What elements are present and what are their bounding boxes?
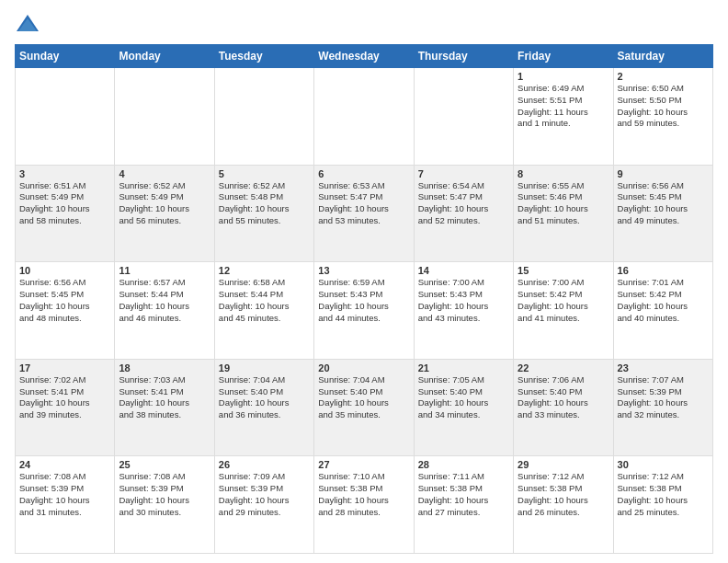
day-info: Sunrise: 6:57 AM Sunset: 5:44 PM Dayligh…	[119, 277, 210, 324]
day-cell: 18Sunrise: 7:03 AM Sunset: 5:41 PM Dayli…	[115, 359, 214, 456]
day-info: Sunrise: 6:59 AM Sunset: 5:43 PM Dayligh…	[318, 277, 409, 324]
day-cell: 14Sunrise: 7:00 AM Sunset: 5:43 PM Dayli…	[414, 262, 513, 360]
day-number: 21	[418, 362, 509, 373]
day-info: Sunrise: 6:49 AM Sunset: 5:51 PM Dayligh…	[518, 83, 609, 130]
weekday-sunday: Sunday	[16, 45, 115, 68]
day-number: 1	[518, 71, 609, 82]
header	[15, 11, 713, 37]
week-row-1: 3Sunrise: 6:51 AM Sunset: 5:49 PM Daylig…	[16, 165, 713, 262]
day-info: Sunrise: 6:53 AM Sunset: 5:47 PM Dayligh…	[318, 180, 409, 227]
day-info: Sunrise: 7:04 AM Sunset: 5:40 PM Dayligh…	[219, 374, 310, 421]
day-cell: 30Sunrise: 7:12 AM Sunset: 5:38 PM Dayli…	[613, 456, 712, 554]
day-info: Sunrise: 7:01 AM Sunset: 5:42 PM Dayligh…	[618, 277, 709, 324]
day-info: Sunrise: 6:54 AM Sunset: 5:47 PM Dayligh…	[418, 180, 509, 227]
day-number: 25	[119, 459, 210, 470]
calendar-table: SundayMondayTuesdayWednesdayThursdayFrid…	[15, 44, 713, 554]
day-cell: 3Sunrise: 6:51 AM Sunset: 5:49 PM Daylig…	[16, 165, 115, 262]
weekday-tuesday: Tuesday	[214, 45, 313, 68]
day-cell: 8Sunrise: 6:55 AM Sunset: 5:46 PM Daylig…	[514, 165, 613, 262]
day-number: 26	[219, 459, 310, 470]
day-cell: 24Sunrise: 7:08 AM Sunset: 5:39 PM Dayli…	[16, 456, 115, 554]
day-cell: 20Sunrise: 7:04 AM Sunset: 5:40 PM Dayli…	[314, 359, 414, 456]
day-info: Sunrise: 6:51 AM Sunset: 5:49 PM Dayligh…	[19, 180, 110, 227]
day-number: 28	[418, 459, 509, 470]
day-cell: 19Sunrise: 7:04 AM Sunset: 5:40 PM Dayli…	[214, 359, 313, 456]
day-info: Sunrise: 7:12 AM Sunset: 5:38 PM Dayligh…	[618, 471, 709, 518]
day-info: Sunrise: 7:05 AM Sunset: 5:40 PM Dayligh…	[418, 374, 509, 421]
day-number: 18	[119, 362, 210, 373]
day-info: Sunrise: 6:55 AM Sunset: 5:46 PM Dayligh…	[518, 180, 609, 227]
weekday-wednesday: Wednesday	[314, 45, 414, 68]
day-number: 22	[518, 362, 609, 373]
day-info: Sunrise: 6:58 AM Sunset: 5:44 PM Dayligh…	[219, 277, 310, 324]
day-cell: 6Sunrise: 6:53 AM Sunset: 5:47 PM Daylig…	[314, 165, 414, 262]
day-number: 27	[318, 459, 409, 470]
day-number: 17	[19, 362, 110, 373]
day-cell	[214, 68, 313, 166]
day-info: Sunrise: 6:50 AM Sunset: 5:50 PM Dayligh…	[618, 83, 709, 130]
day-cell: 22Sunrise: 7:06 AM Sunset: 5:40 PM Dayli…	[514, 359, 613, 456]
logo	[15, 11, 44, 37]
day-info: Sunrise: 7:11 AM Sunset: 5:38 PM Dayligh…	[418, 471, 509, 518]
day-number: 30	[618, 459, 709, 470]
day-info: Sunrise: 7:12 AM Sunset: 5:38 PM Dayligh…	[518, 471, 609, 518]
day-info: Sunrise: 7:04 AM Sunset: 5:40 PM Dayligh…	[318, 374, 409, 421]
day-cell: 26Sunrise: 7:09 AM Sunset: 5:39 PM Dayli…	[214, 456, 313, 554]
day-number: 15	[518, 265, 609, 276]
day-info: Sunrise: 7:06 AM Sunset: 5:40 PM Dayligh…	[518, 374, 609, 421]
day-number: 9	[618, 168, 709, 179]
day-number: 11	[119, 265, 210, 276]
week-row-2: 10Sunrise: 6:56 AM Sunset: 5:45 PM Dayli…	[16, 262, 713, 360]
day-number: 14	[418, 265, 509, 276]
day-info: Sunrise: 7:02 AM Sunset: 5:41 PM Dayligh…	[19, 374, 110, 421]
day-number: 29	[518, 459, 609, 470]
day-info: Sunrise: 6:56 AM Sunset: 5:45 PM Dayligh…	[19, 277, 110, 324]
day-info: Sunrise: 7:00 AM Sunset: 5:43 PM Dayligh…	[418, 277, 509, 324]
day-cell: 28Sunrise: 7:11 AM Sunset: 5:38 PM Dayli…	[414, 456, 513, 554]
day-cell: 29Sunrise: 7:12 AM Sunset: 5:38 PM Dayli…	[514, 456, 613, 554]
day-number: 16	[618, 265, 709, 276]
day-cell: 7Sunrise: 6:54 AM Sunset: 5:47 PM Daylig…	[414, 165, 513, 262]
day-number: 19	[219, 362, 310, 373]
day-number: 7	[418, 168, 509, 179]
day-cell: 25Sunrise: 7:08 AM Sunset: 5:39 PM Dayli…	[115, 456, 214, 554]
weekday-friday: Friday	[514, 45, 613, 68]
weekday-monday: Monday	[115, 45, 214, 68]
day-cell: 17Sunrise: 7:02 AM Sunset: 5:41 PM Dayli…	[16, 359, 115, 456]
weekday-thursday: Thursday	[414, 45, 513, 68]
day-cell: 1Sunrise: 6:49 AM Sunset: 5:51 PM Daylig…	[514, 68, 613, 166]
weekday-saturday: Saturday	[613, 45, 712, 68]
day-info: Sunrise: 6:56 AM Sunset: 5:45 PM Dayligh…	[618, 180, 709, 227]
day-cell: 16Sunrise: 7:01 AM Sunset: 5:42 PM Dayli…	[613, 262, 712, 360]
day-cell: 23Sunrise: 7:07 AM Sunset: 5:39 PM Dayli…	[613, 359, 712, 456]
day-number: 13	[318, 265, 409, 276]
day-info: Sunrise: 7:08 AM Sunset: 5:39 PM Dayligh…	[19, 471, 110, 518]
day-number: 6	[318, 168, 409, 179]
week-row-3: 17Sunrise: 7:02 AM Sunset: 5:41 PM Dayli…	[16, 359, 713, 456]
page: SundayMondayTuesdayWednesdayThursdayFrid…	[0, 0, 728, 563]
day-number: 24	[19, 459, 110, 470]
week-row-4: 24Sunrise: 7:08 AM Sunset: 5:39 PM Dayli…	[16, 456, 713, 554]
day-number: 10	[19, 265, 110, 276]
day-number: 4	[119, 168, 210, 179]
day-number: 5	[219, 168, 310, 179]
day-cell: 4Sunrise: 6:52 AM Sunset: 5:49 PM Daylig…	[115, 165, 214, 262]
day-number: 8	[518, 168, 609, 179]
day-info: Sunrise: 7:08 AM Sunset: 5:39 PM Dayligh…	[119, 471, 210, 518]
day-cell	[115, 68, 214, 166]
day-info: Sunrise: 7:09 AM Sunset: 5:39 PM Dayligh…	[219, 471, 310, 518]
day-cell: 10Sunrise: 6:56 AM Sunset: 5:45 PM Dayli…	[16, 262, 115, 360]
day-info: Sunrise: 7:03 AM Sunset: 5:41 PM Dayligh…	[119, 374, 210, 421]
day-cell: 9Sunrise: 6:56 AM Sunset: 5:45 PM Daylig…	[613, 165, 712, 262]
day-cell: 21Sunrise: 7:05 AM Sunset: 5:40 PM Dayli…	[414, 359, 513, 456]
day-cell: 11Sunrise: 6:57 AM Sunset: 5:44 PM Dayli…	[115, 262, 214, 360]
day-number: 12	[219, 265, 310, 276]
day-info: Sunrise: 7:10 AM Sunset: 5:38 PM Dayligh…	[318, 471, 409, 518]
day-info: Sunrise: 7:07 AM Sunset: 5:39 PM Dayligh…	[618, 374, 709, 421]
day-info: Sunrise: 7:00 AM Sunset: 5:42 PM Dayligh…	[518, 277, 609, 324]
day-cell	[414, 68, 513, 166]
day-cell: 2Sunrise: 6:50 AM Sunset: 5:50 PM Daylig…	[613, 68, 712, 166]
day-number: 3	[19, 168, 110, 179]
day-cell: 27Sunrise: 7:10 AM Sunset: 5:38 PM Dayli…	[314, 456, 414, 554]
weekday-header-row: SundayMondayTuesdayWednesdayThursdayFrid…	[16, 45, 713, 68]
